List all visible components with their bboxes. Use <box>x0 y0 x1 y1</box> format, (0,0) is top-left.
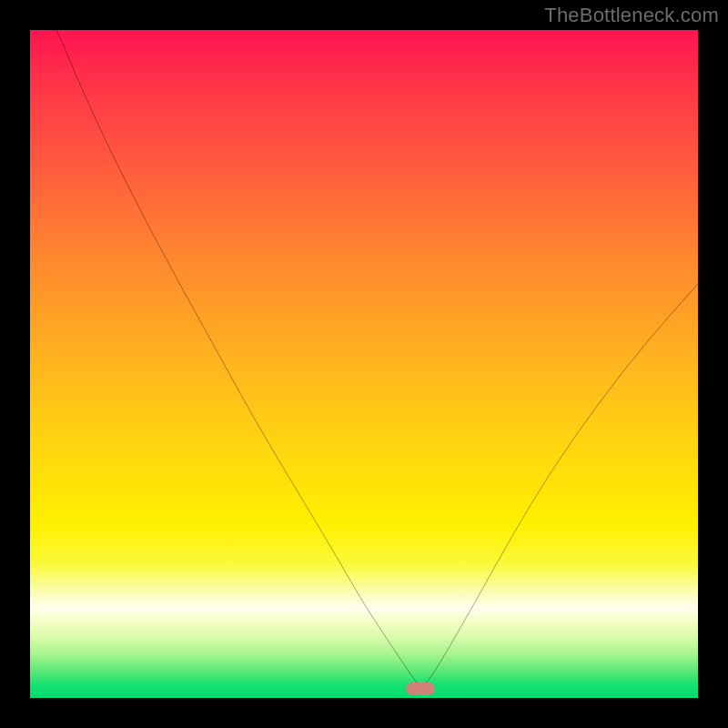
bottleneck-curve <box>30 30 698 698</box>
chart-frame: TheBottleneck.com <box>0 0 728 728</box>
plot-area <box>30 30 698 698</box>
watermark-text: TheBottleneck.com <box>544 4 719 27</box>
minimum-marker <box>406 682 435 695</box>
